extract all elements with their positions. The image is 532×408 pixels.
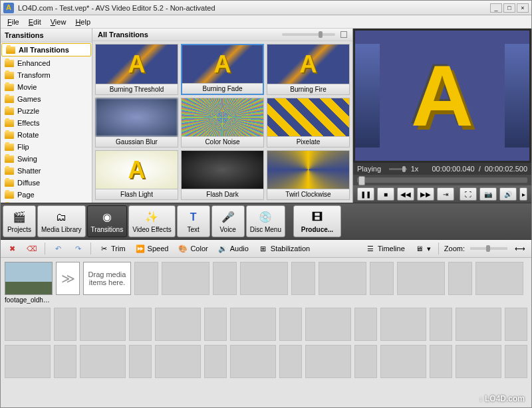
- clip-placeholder[interactable]: [230, 345, 276, 378]
- sidebar-item[interactable]: Puzzle: [1, 105, 92, 117]
- clip-placeholder[interactable]: [5, 308, 51, 341]
- transition-item[interactable]: AFlash Light: [95, 150, 178, 200]
- fullscreen-button[interactable]: ⛶: [460, 187, 477, 201]
- transition-placeholder[interactable]: [448, 262, 472, 295]
- transition-placeholder[interactable]: [505, 345, 527, 378]
- sidebar-item[interactable]: Flip: [1, 141, 92, 153]
- seek-bar[interactable]: [357, 177, 527, 183]
- sidebar-item[interactable]: Swing: [1, 153, 92, 165]
- transition-item[interactable]: Flash Dark: [181, 150, 264, 200]
- transition-item[interactable]: Color Noise: [181, 98, 264, 148]
- transition-slot[interactable]: ≫: [56, 262, 80, 295]
- sidebar-item[interactable]: Page: [1, 189, 92, 201]
- menu-file[interactable]: File: [3, 17, 23, 27]
- stabilization-button[interactable]: ⊞Stabilization: [256, 242, 312, 255]
- transition-placeholder[interactable]: [204, 308, 227, 341]
- sidebar-item[interactable]: Effects: [1, 117, 92, 129]
- transition-placeholder[interactable]: [354, 308, 377, 341]
- transition-item[interactable]: Gaussian Blur: [95, 98, 178, 148]
- clip-placeholder[interactable]: [305, 308, 351, 341]
- clip-placeholder[interactable]: [397, 262, 445, 295]
- zoom-slider[interactable]: [470, 247, 507, 250]
- clip-placeholder[interactable]: [230, 308, 276, 341]
- clip-placeholder[interactable]: [155, 308, 201, 341]
- screen-button[interactable]: 🖥▾: [412, 242, 433, 255]
- projects-button[interactable]: 🎬Projects: [3, 205, 36, 237]
- transition-item[interactable]: Pixelate: [267, 98, 350, 148]
- clip-placeholder[interactable]: [80, 345, 126, 378]
- volume-button[interactable]: 🔊: [499, 187, 517, 201]
- clip-placeholder[interactable]: [305, 345, 351, 378]
- transition-placeholder[interactable]: [54, 345, 76, 378]
- prev-frame-button[interactable]: ◀◀: [397, 187, 414, 201]
- clip-placeholder[interactable]: [456, 345, 501, 378]
- voice-button[interactable]: 🎤Voice: [211, 205, 245, 237]
- clip-placeholder[interactable]: [80, 308, 126, 341]
- volume-more-button[interactable]: ▸: [519, 187, 527, 201]
- undo-button[interactable]: ↶: [51, 242, 65, 255]
- stop-button[interactable]: ■: [377, 187, 394, 201]
- pause-button[interactable]: ❚❚: [357, 187, 374, 201]
- clip-placeholder[interactable]: [456, 308, 501, 341]
- audio-button[interactable]: 🔉Audio: [215, 242, 251, 255]
- disc-menu-button[interactable]: 💿Disc Menu: [246, 205, 285, 237]
- maximize-button[interactable]: □: [503, 3, 515, 13]
- clip-placeholder[interactable]: [240, 262, 288, 295]
- fit-button[interactable]: ⟷: [513, 242, 527, 255]
- snapshot-button[interactable]: 📷: [479, 187, 497, 201]
- thumb-size-slider[interactable]: [282, 33, 335, 36]
- sidebar-item[interactable]: Rotate: [1, 129, 92, 141]
- clip-placeholder[interactable]: [319, 262, 366, 295]
- clip-placeholder[interactable]: [5, 345, 51, 378]
- color-button[interactable]: 🎨Color: [176, 242, 209, 255]
- transition-placeholder[interactable]: [54, 308, 76, 341]
- play-range-button[interactable]: ⇥: [437, 187, 454, 201]
- transition-placeholder[interactable]: [430, 308, 452, 341]
- transition-placeholder[interactable]: [129, 345, 152, 378]
- minimize-button[interactable]: _: [490, 3, 502, 13]
- transition-placeholder[interactable]: [430, 345, 452, 378]
- menu-edit[interactable]: Edit: [25, 17, 45, 27]
- close-button[interactable]: ×: [517, 3, 529, 13]
- transition-item[interactable]: ABurning Fade: [181, 44, 264, 95]
- produce-button[interactable]: 🎞Produce...: [293, 205, 341, 237]
- transition-placeholder[interactable]: [213, 262, 237, 295]
- transition-placeholder[interactable]: [354, 345, 377, 378]
- clip-placeholder[interactable]: [380, 308, 426, 341]
- menu-view[interactable]: View: [47, 17, 70, 27]
- clip-placeholder[interactable]: [380, 345, 426, 378]
- transition-placeholder[interactable]: [204, 345, 227, 378]
- sidebar-item[interactable]: Shatter: [1, 165, 92, 177]
- transition-placeholder[interactable]: [291, 262, 315, 295]
- transition-placeholder[interactable]: [370, 262, 394, 295]
- text-button[interactable]: TText: [177, 205, 210, 237]
- timeline-view-button[interactable]: ☰Timeline: [363, 242, 407, 255]
- transition-item[interactable]: ABurning Threshold: [95, 44, 178, 95]
- thumb-size-small-icon[interactable]: [340, 31, 347, 38]
- transition-placeholder[interactable]: [279, 345, 302, 378]
- speed-slider[interactable]: [389, 168, 407, 170]
- sidebar-item[interactable]: All Transitions: [1, 43, 91, 56]
- transition-placeholder[interactable]: [279, 308, 302, 341]
- transitions-button[interactable]: ◉Transitions: [87, 205, 128, 237]
- sidebar-item[interactable]: Diffuse: [1, 177, 92, 189]
- delete-button[interactable]: ✖: [5, 242, 19, 255]
- sidebar-item[interactable]: Games: [1, 93, 92, 105]
- media-library-button[interactable]: 🗂Media Library: [37, 205, 86, 237]
- transition-placeholder[interactable]: [505, 308, 527, 341]
- clip-placeholder[interactable]: [475, 262, 523, 295]
- speed-button[interactable]: ⏩Speed: [133, 242, 171, 255]
- clip-item[interactable]: footage_oldharr...: [5, 262, 53, 304]
- menu-help[interactable]: Help: [71, 17, 94, 27]
- video-effects-button[interactable]: ✨Video Effects: [128, 205, 176, 237]
- trim-button[interactable]: ✂Trim: [96, 242, 128, 255]
- redo-button[interactable]: ↷: [70, 242, 85, 255]
- sidebar-item[interactable]: Enhanced: [1, 57, 92, 69]
- next-frame-button[interactable]: ▶▶: [417, 187, 434, 201]
- clip-placeholder[interactable]: [162, 262, 209, 295]
- drop-hint[interactable]: Drag media items here.: [83, 262, 131, 295]
- sidebar-item[interactable]: Movie: [1, 81, 92, 93]
- transition-placeholder[interactable]: [134, 262, 158, 295]
- delete-all-button[interactable]: ⌫: [25, 242, 39, 255]
- clip-placeholder[interactable]: [155, 345, 201, 378]
